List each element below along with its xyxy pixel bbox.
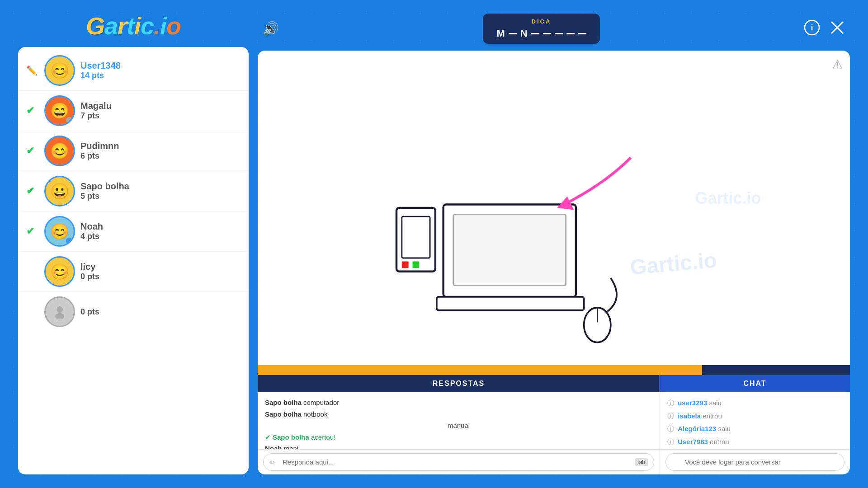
player-info: 0 pts [80,307,241,317]
hint-blank [555,33,563,34]
drawing-canvas: Gartic.io [258,51,850,365]
svg-rect-12 [437,297,584,310]
player-points: 0 pts [80,272,241,282]
hint-label: DICA [496,18,586,25]
player-points: 6 pts [80,151,241,161]
check-icon: ✔ [26,225,39,237]
player-points: 14 pts [80,71,241,80]
svg-point-1 [55,313,64,319]
response-message: Sapo bolha computador [265,397,652,408]
chat-panel: CHAT ⓘ user3293 saiu ⓘ isabela entrou ⓘ [660,375,850,474]
hint-blank [578,33,586,34]
chat-input[interactable] [665,453,844,471]
player-info: Noah 4 pts [80,221,241,241]
hint-letters: M N [496,28,586,39]
avatar: 😊 [44,216,75,247]
avatar: 😄 [44,95,75,126]
svg-marker-15 [557,197,574,210]
svg-rect-9 [413,261,420,268]
player-row: ✔ 😀 Sapo bolha 5 pts [18,171,249,211]
sound-icon[interactable]: 🔊 [262,21,279,37]
chat-message: ⓘ isabela entrou [667,410,843,423]
svg-point-0 [57,306,63,313]
tab-badge: tab [635,458,648,466]
response-input-wrapper: ✏ tab [263,453,654,471]
chat-content: ⓘ user3293 saiu ⓘ isabela entrou ⓘ Alegó… [660,392,850,449]
chat-message: ⓘ Alegória123 saiu [667,422,843,436]
check-icon: ✔ [26,185,39,197]
player-points: 7 pts [80,111,241,121]
player-name: Pudimnn [80,141,241,151]
response-message-correct: ✔Sapo bolha acertou! [265,432,652,443]
bottom-panels: RESPOSTAS Sapo bolha computador Sapo bol… [258,375,850,474]
response-message: Sapo bolha notbook [265,408,652,420]
response-message: manual [265,420,652,432]
player-name: licy [80,262,241,272]
player-name: Noah [80,221,241,232]
respostas-header: RESPOSTAS [258,375,660,392]
chat-input-wrapper: 🔍 [665,453,844,471]
header-bar: 🔊 DICA M N i [258,14,850,51]
pencil-icon: ✏️ [26,65,39,76]
avatar: 😊 [44,55,75,86]
canvas-wrapper: ⚠ Gartic.io [258,51,850,365]
hint-blank [509,33,517,34]
responses-panel: RESPOSTAS Sapo bolha computador Sapo bol… [258,375,660,474]
hint-letter-2: N [520,28,528,39]
chat-input-area: 🔍 [660,449,850,474]
svg-text:i: i [811,23,813,32]
pencil-icon: ✏ [269,458,275,466]
hint-blank [531,33,539,34]
chat-info-icon: ⓘ [667,425,674,432]
player-row: ✏️ 😊 User1348 14 pts [18,51,249,91]
avatar: 😊 [44,136,75,166]
response-input[interactable] [263,453,654,471]
hint-blank [566,33,575,34]
player-row: ✔ 😊 Noah 4 pts [18,211,249,252]
chat-info-icon: ⓘ [667,412,674,420]
svg-rect-11 [453,215,566,286]
chat-info-icon: ⓘ [667,399,674,407]
main-area: 🔊 DICA M N i [258,14,850,474]
hint-blank [543,33,551,34]
player-row: 😊 licy 0 pts [18,252,249,292]
svg-rect-7 [402,216,430,258]
hint-box: DICA M N [483,14,599,44]
player-name: Magalu [80,101,241,111]
chat-info-icon: ⓘ [667,438,674,446]
progress-bar-container [258,365,850,375]
avatar [44,296,75,327]
player-info: Pudimnn 6 pts [80,141,241,161]
progress-bar-fill [258,365,702,375]
svg-text:Gartic.io: Gartic.io [629,248,718,279]
player-info: User1348 14 pts [80,61,241,80]
players-panel: ✏️ 😊 User1348 14 pts ✔ 😄 Magalu [18,47,249,474]
check-icon: ✔ [26,145,39,157]
response-input-area: ✏ tab [258,449,660,474]
player-info: Sapo bolha 5 pts [80,181,241,201]
info-button[interactable]: i [804,19,820,38]
canvas-area: ⚠ Gartic.io [258,51,850,365]
chat-message: ⓘ user3293 saiu [667,397,843,410]
player-points: 4 pts [80,232,241,241]
logo: Gartic.io [18,14,249,38]
responses-content: Sapo bolha computador Sapo bolha notbook… [258,392,660,449]
check-icon: ✔ [26,105,39,117]
svg-rect-8 [402,261,409,268]
player-info: Magalu 7 pts [80,101,241,121]
sidebar: Gartic.io ✏️ 😊 User1348 14 pts ✔ [18,14,249,474]
player-name: Sapo bolha [80,181,241,192]
player-row: 0 pts [18,292,249,332]
header-icons: i [804,19,845,38]
avatar: 😊 [44,256,75,287]
chat-header: CHAT [660,375,850,392]
hint-letter-1: M [496,28,505,39]
player-name: User1348 [80,61,241,71]
player-row: ✔ 😊 Pudimnn 6 pts [18,131,249,171]
response-message: Noah meni [265,443,652,449]
chat-message: ⓘ User7983 entrou [667,436,843,449]
avatar: 😀 [44,176,75,206]
player-row: ✔ 😄 Magalu 7 pts [18,91,249,131]
player-info: licy 0 pts [80,262,241,282]
close-button[interactable] [829,19,845,38]
